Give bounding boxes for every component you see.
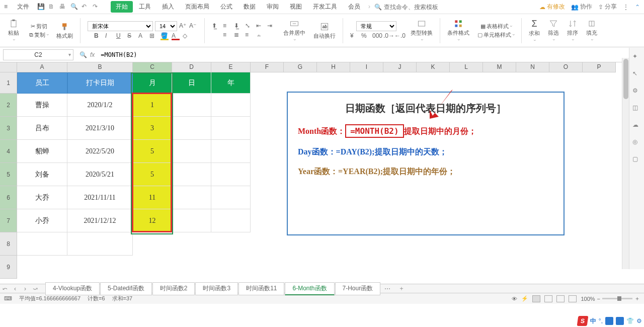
sum-button[interactable]: Σ求和› <box>527 18 542 44</box>
align-right-icon[interactable]: ≡ <box>245 31 253 39</box>
ime-logo-icon[interactable]: S <box>577 316 588 326</box>
sheet-nav-prev-icon[interactable]: ‹ <box>10 285 20 292</box>
tab-start[interactable]: 开始 <box>111 1 133 13</box>
tab-view[interactable]: 视图 <box>285 1 307 13</box>
col-header-F[interactable]: F <box>251 62 284 72</box>
align-left-icon[interactable]: ≡ <box>223 31 231 39</box>
bold-icon[interactable]: B <box>94 32 102 40</box>
col-header-G[interactable]: G <box>284 62 317 72</box>
status-mode-icon[interactable]: ⌨ <box>4 295 12 302</box>
comma-icon[interactable]: 000 <box>372 32 380 40</box>
row-header-4[interactable]: 4 <box>0 140 17 163</box>
save-icon[interactable]: 💾 <box>37 3 45 11</box>
cell-D1[interactable]: 日 <box>172 72 211 94</box>
align-middle-icon[interactable]: ≡ <box>223 22 231 30</box>
cell-D6[interactable] <box>172 186 211 209</box>
cell-B1[interactable]: 打卡日期 <box>67 72 133 94</box>
cell-E1[interactable]: 年 <box>211 72 251 94</box>
zoom-in-icon[interactable]: ＋ <box>634 295 640 302</box>
cell-A5[interactable]: 刘备 <box>17 163 67 186</box>
cell-B2[interactable]: 2020/1/2 <box>67 94 133 117</box>
cond-format-button[interactable]: 条件格式› <box>445 18 471 43</box>
col-header-B[interactable]: B <box>67 62 133 72</box>
cell-B7[interactable]: 2021/12/12 <box>67 209 133 232</box>
sp-layout-icon[interactable]: ◫ <box>632 104 641 113</box>
row-header-7[interactable]: 7 <box>0 209 17 232</box>
ime-skin-icon[interactable]: 👕 <box>626 317 634 324</box>
cell-B6[interactable]: 2021/11/11 <box>67 186 133 209</box>
cell-E6[interactable] <box>211 186 251 209</box>
scroll-thumb[interactable] <box>623 59 628 99</box>
sheet-nav-last-icon[interactable]: ⤻ <box>30 285 40 292</box>
cell-E2[interactable] <box>211 94 251 117</box>
tab-developer[interactable]: 开发工具 <box>308 1 342 13</box>
tab-member[interactable]: 会员 <box>343 1 365 13</box>
distribute-icon[interactable]: ⫠ <box>256 31 264 39</box>
cell-C2[interactable]: 1 <box>133 94 172 117</box>
cell-A1[interactable]: 员工 <box>17 72 67 94</box>
cell-C7[interactable]: 12 <box>133 209 172 232</box>
cell-D5[interactable] <box>172 163 211 186</box>
col-header-C[interactable]: C <box>133 62 172 72</box>
sheet-tab-5[interactable]: 6-Month函数 <box>285 282 334 295</box>
row-header-9[interactable]: 9 <box>0 256 17 279</box>
fill-color-icon[interactable]: 🪣 <box>160 32 169 40</box>
cell-A6[interactable]: 大乔 <box>17 186 67 209</box>
row-header-3[interactable]: 3 <box>0 117 17 140</box>
sort-button[interactable]: 排序› <box>565 18 580 43</box>
search-input[interactable] <box>384 4 444 11</box>
cell-D2[interactable] <box>172 94 211 117</box>
paste-button[interactable]: 粘贴› <box>6 18 21 43</box>
tab-page-layout[interactable]: 页面布局 <box>180 1 214 13</box>
sp-settings-icon[interactable]: ⚙ <box>632 87 641 96</box>
format-painter-button[interactable]: 格式刷 <box>54 21 75 41</box>
print-icon[interactable]: 🖶 <box>59 3 67 11</box>
col-header-N[interactable]: N <box>516 62 549 72</box>
row-header-8[interactable]: 8 <box>0 232 17 256</box>
cell-E3[interactable] <box>211 117 251 140</box>
view-normal-icon[interactable] <box>532 295 540 302</box>
cell-E5[interactable] <box>211 163 251 186</box>
type-convert-button[interactable]: 类型转换› <box>409 18 435 43</box>
col-header-H[interactable]: H <box>317 62 350 72</box>
sheet-nav-next-icon[interactable]: › <box>20 285 30 292</box>
dec-decimal-icon[interactable]: ←.0 <box>394 32 403 40</box>
cell-B4[interactable]: 2022/5/20 <box>67 140 133 163</box>
cell-style-button[interactable]: ▢单元格样式› <box>477 31 514 39</box>
col-header-M[interactable]: M <box>483 62 516 72</box>
cell-C5[interactable]: 5 <box>133 163 172 186</box>
sheet-tab-3[interactable]: 时间函数3 <box>195 282 238 295</box>
table-style-button[interactable]: ▦表格样式› <box>480 23 512 30</box>
eye-icon[interactable]: 👁 <box>512 296 517 302</box>
tab-insert[interactable]: 插入 <box>157 1 179 13</box>
cell-C1[interactable]: 月 <box>133 72 172 94</box>
tab-data[interactable]: 数据 <box>238 1 261 13</box>
indent-dec-icon[interactable]: ⇤ <box>256 22 264 30</box>
font-color-icon[interactable]: A <box>138 32 146 40</box>
col-header-I[interactable]: I <box>350 62 383 72</box>
col-header-J[interactable]: J <box>383 62 417 72</box>
tab-formula[interactable]: 公式 <box>215 1 237 13</box>
cell-A7[interactable]: 小乔 <box>17 209 67 232</box>
row-header-2[interactable]: 2 <box>0 94 17 117</box>
cell-C6[interactable]: 11 <box>133 186 172 209</box>
collapse-ribbon-icon[interactable]: ⌃ <box>635 4 640 11</box>
tab-more-icon[interactable]: › <box>366 1 372 13</box>
sheet-tab-6[interactable]: 7-Hour函数 <box>335 282 381 295</box>
merge-center-button[interactable]: 合并居中› <box>281 18 307 43</box>
col-header-E[interactable]: E <box>211 62 251 72</box>
view-page-icon[interactable] <box>544 295 552 302</box>
col-header-D[interactable]: D <box>172 62 211 72</box>
view-break-icon[interactable] <box>556 295 565 302</box>
select-all-corner[interactable] <box>0 62 17 72</box>
sheet-tab-4[interactable]: 时间函数11 <box>238 282 284 295</box>
percent-icon[interactable]: % <box>361 32 369 40</box>
font-size-select[interactable]: 14 <box>155 21 177 31</box>
cell-C4[interactable]: 5 <box>133 140 172 163</box>
view-reading-icon[interactable] <box>569 295 577 302</box>
ime-mic-icon[interactable] <box>605 317 613 325</box>
sheet-tab-0[interactable]: 4-Vlookup函数 <box>45 282 100 295</box>
align-top-icon[interactable]: ⬆̲ <box>212 22 220 30</box>
cell-B3[interactable]: 2021/3/10 <box>67 117 133 140</box>
decrease-font-icon[interactable]: A⁻ <box>189 22 197 30</box>
